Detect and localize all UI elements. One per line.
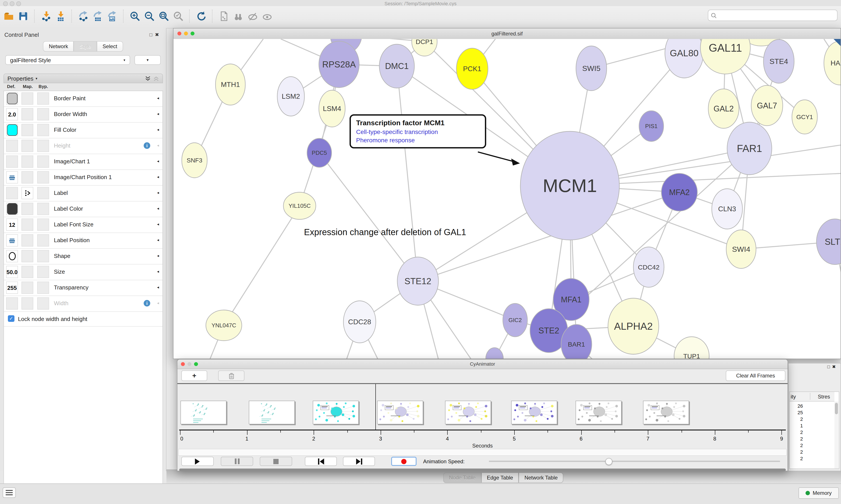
document-network-icon[interactable] <box>219 11 229 21</box>
record-button[interactable] <box>391 457 416 466</box>
expand-arrow-icon[interactable]: ◂ <box>157 269 159 274</box>
network-node-mfa2[interactable]: MFA2 <box>661 174 697 211</box>
expand-all-icon[interactable] <box>145 75 151 81</box>
collapse-all-icon[interactable] <box>153 75 159 81</box>
property-row-shape[interactable]: Shape◂ <box>4 249 162 265</box>
mapping-cell[interactable] <box>21 92 33 105</box>
properties-header[interactable]: Properties ▾ <box>3 74 163 83</box>
timeline-frame-6[interactable] <box>511 401 557 424</box>
stop-button[interactable] <box>260 457 292 466</box>
zoom-selected-icon[interactable] <box>173 11 183 21</box>
network-node-gal7[interactable]: GAL7 <box>751 85 783 126</box>
network-node-gal11[interactable]: GAL11 <box>700 39 750 74</box>
network-node-slt2[interactable]: SLT2 <box>817 219 841 265</box>
expand-arrow-icon[interactable]: ◂ <box>157 191 159 195</box>
expand-arrow-icon[interactable]: ◂ <box>157 238 159 242</box>
annotation-link[interactable]: Cell-type-specific transcription <box>356 128 480 135</box>
zoom-out-icon[interactable] <box>144 11 155 21</box>
mapping-cell[interactable] <box>21 250 33 262</box>
mapping-cell[interactable] <box>21 234 33 247</box>
network-node-gal2[interactable]: GAL2 <box>708 89 739 128</box>
table-cell[interactable]: 2 <box>800 456 803 461</box>
network-node-ynl047c[interactable]: YNL047C <box>206 310 242 341</box>
network-node-mcm1[interactable]: MCM1 <box>520 131 619 240</box>
network-node-cdc42[interactable]: CDC42 <box>633 247 664 287</box>
network-node-hap2[interactable]: HAP2 <box>824 41 841 85</box>
show-all-icon[interactable] <box>262 11 272 21</box>
mapping-cell[interactable] <box>21 156 33 168</box>
network-node-gic2b[interactable] <box>486 348 503 359</box>
network-node-snf3[interactable]: SNF3 <box>182 143 207 178</box>
style-options-button[interactable]: ▾ <box>135 55 161 65</box>
expand-arrow-icon[interactable]: ◂ <box>157 96 159 100</box>
pause-button[interactable] <box>221 457 253 466</box>
mapping-cell[interactable] <box>21 124 33 136</box>
default-value-cell[interactable]: 12 <box>6 218 18 231</box>
property-row-height[interactable]: Heighti◂ <box>4 138 162 154</box>
cyanimator-scrollbar[interactable] <box>179 469 786 471</box>
network-node-dmc1[interactable]: DMC1 <box>379 44 414 88</box>
property-row-transparency[interactable]: 255Transparency◂ <box>4 280 162 296</box>
hide-selected-icon[interactable] <box>248 11 258 21</box>
import-network-icon[interactable] <box>41 11 51 21</box>
bypass-cell[interactable] <box>37 92 49 105</box>
table-cell[interactable]: 1 <box>800 423 803 428</box>
frames-timeline[interactable] <box>177 384 788 430</box>
property-row-image-chart-1[interactable]: Image/Chart 1◂ <box>4 154 162 170</box>
property-row-border-width[interactable]: 2.0Border Width◂ <box>4 107 162 123</box>
timeline-frame-3[interactable] <box>313 401 359 424</box>
expand-arrow-icon[interactable]: ◂ <box>157 206 159 211</box>
table-cell[interactable]: 25 <box>798 410 803 415</box>
skip-to-end-button[interactable] <box>343 457 375 466</box>
network-node-cln3[interactable]: CLN3 <box>712 189 742 229</box>
timeline-playhead[interactable] <box>375 384 376 430</box>
timeline-frame-5[interactable] <box>445 401 491 424</box>
property-row-label-position[interactable]: Label Position◂ <box>4 233 162 249</box>
network-window-titlebar[interactable]: galFiltered.sif <box>174 29 841 39</box>
property-row-image-chart-position-1[interactable]: Image/Chart Position 1◂ <box>4 170 162 186</box>
import-table-icon[interactable] <box>55 11 66 21</box>
tab-node-table[interactable]: Node Table <box>443 472 481 483</box>
network-node-pck1[interactable]: PCK1 <box>457 48 488 89</box>
tab-network-table[interactable]: Network Table <box>519 472 563 483</box>
mapping-cell[interactable] <box>21 266 33 278</box>
network-node-swi4[interactable]: SWI4 <box>726 230 756 268</box>
mapping-cell[interactable] <box>21 108 33 121</box>
annotation-link[interactable]: Pheromone response <box>356 137 480 144</box>
network-node-swi5[interactable]: SWI5 <box>576 46 607 91</box>
bypass-cell[interactable] <box>37 250 49 262</box>
property-row-label-color[interactable]: Label Color◂ <box>4 201 162 217</box>
property-row-label-font-size[interactable]: 12Label Font Size◂ <box>4 217 162 233</box>
export-network-icon[interactable] <box>78 11 88 21</box>
default-value-cell[interactable] <box>6 92 18 105</box>
lock-checkbox[interactable]: ✓ <box>8 315 15 322</box>
network-node-ste4[interactable]: STE4 <box>764 39 794 83</box>
property-row-border-paint[interactable]: Border Paint◂ <box>4 91 162 107</box>
mapping-cell[interactable] <box>21 218 33 231</box>
bypass-cell[interactable] <box>37 266 49 278</box>
default-value-cell[interactable] <box>6 156 18 168</box>
bypass-cell[interactable] <box>37 203 49 215</box>
network-node-lsm2[interactable]: LSM2 <box>277 77 304 116</box>
network-node-lsm4[interactable]: LSM4 <box>319 90 345 127</box>
default-value-cell[interactable] <box>6 171 18 183</box>
bypass-cell[interactable] <box>37 124 49 136</box>
timeline-frame-2[interactable] <box>249 401 295 424</box>
table-cell[interactable]: 2 <box>800 443 803 448</box>
slider-thumb[interactable] <box>605 458 612 465</box>
memory-button[interactable]: Memory <box>799 487 839 499</box>
birdseye-toggle-icon[interactable] <box>834 39 841 46</box>
tab-edge-table[interactable]: Edge Table <box>481 472 519 483</box>
table-column-header[interactable]: ity <box>791 394 796 400</box>
timeline-frame-1[interactable] <box>180 401 227 424</box>
panel-window-icons[interactable]: □✖ <box>149 32 162 38</box>
network-node-far1[interactable]: FAR1 <box>727 122 772 175</box>
mapping-cell[interactable] <box>21 140 33 152</box>
expand-arrow-icon[interactable]: ◂ <box>157 127 159 132</box>
table-scrollbar[interactable] <box>835 401 838 469</box>
info-icon[interactable]: i <box>144 142 150 149</box>
network-node-ste12[interactable]: STE12 <box>397 257 439 305</box>
default-value-cell[interactable]: 50.0 <box>6 266 18 278</box>
default-value-cell[interactable] <box>6 234 18 247</box>
expand-arrow-icon[interactable]: ◂ <box>157 159 159 163</box>
